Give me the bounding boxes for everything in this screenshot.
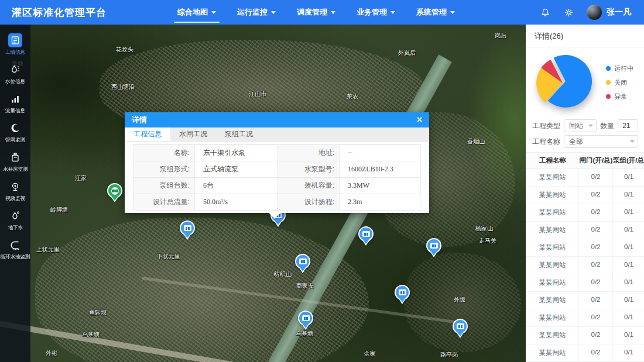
table-row[interactable]: 某某闸站0/20/1: [526, 257, 644, 274]
map-place-label: 外坂: [454, 296, 465, 304]
project-name-label: 工程名称: [532, 137, 560, 147]
table-row[interactable]: 某某闸站0/20/1: [526, 344, 644, 362]
sluice-gate-icon: [457, 323, 464, 329]
sidebar-item-水位信息[interactable]: 水位信息: [0, 60, 30, 89]
cell-pump-ratio: 0/1: [613, 204, 644, 221]
sidebar-item-水井房监测[interactable]: 水井房监测: [0, 147, 30, 177]
popup-header: 详情 ×: [125, 112, 429, 127]
table-row[interactable]: 某某闸站0/20/1: [526, 204, 644, 222]
nav-item-运行监控[interactable]: 运行监控: [230, 0, 283, 25]
map-place-label: 商家安: [296, 282, 314, 290]
table-row[interactable]: 某某闸站0/20/1: [526, 222, 644, 239]
sidebar-item-地下水[interactable]: 地下水: [0, 206, 30, 235]
table-row[interactable]: 某某闸站0/20/1: [526, 274, 644, 292]
avatar: [587, 5, 602, 20]
popup-tabs: 工程信息水闸工况泵组工况: [125, 127, 429, 142]
nav-item-label: 运行监控: [237, 7, 268, 18]
table-row[interactable]: 某某闸站0/20/1: [526, 187, 644, 204]
sidebar-item-循环水池监测[interactable]: 循环水池监测: [0, 235, 30, 264]
cell-station-name: 某某闸站: [526, 169, 579, 186]
chevron-down-icon: [390, 11, 395, 14]
tab-工程信息[interactable]: 工程信息: [125, 127, 170, 141]
bell-icon[interactable]: [540, 7, 550, 18]
table-row[interactable]: 某某闸站0/20/1: [526, 169, 644, 187]
cell-gate-ratio: 0/2: [579, 169, 613, 186]
groundwater-icon: [8, 209, 22, 223]
map-marker-pump-station[interactable]: [180, 220, 195, 236]
sidebar-item-label: 视频监视: [5, 195, 25, 202]
table-row[interactable]: 某某闸站0/20/1: [526, 327, 644, 344]
table-row[interactable]: 某某闸站0/20/1: [526, 239, 644, 257]
tab-泵组工况[interactable]: 泵组工况: [216, 127, 262, 141]
nav-item-综合地图[interactable]: 综合地图: [170, 0, 223, 25]
sidebar-item-流量信息[interactable]: 流量信息: [0, 89, 30, 118]
map-place-label: 路亭岗: [440, 351, 458, 359]
map-marker-pump-station[interactable]: [295, 254, 310, 269]
map-place-label: 菜农: [347, 92, 358, 101]
map-marker-pump-station[interactable]: [453, 319, 468, 334]
project-name-select[interactable]: 全部: [564, 135, 638, 148]
legend-dot: [606, 94, 611, 99]
sidebar-item-管网监测[interactable]: 管网监测: [0, 118, 30, 147]
gear-icon[interactable]: [563, 7, 574, 18]
pipe-network-icon: [8, 121, 22, 135]
user-menu[interactable]: 张一凡: [587, 5, 631, 20]
app-title: 灌区标准化管理平台: [0, 6, 167, 19]
field-label: 地址:: [278, 145, 340, 161]
field-label: 泵组形式:: [134, 161, 195, 178]
count-input[interactable]: 21: [618, 119, 638, 132]
map-marker-pump-station[interactable]: [395, 285, 410, 300]
map-marker-pump-station[interactable]: [358, 226, 374, 242]
legend-item-异常[interactable]: 异常: [606, 92, 633, 101]
nav-item-调度管理[interactable]: 调度管理: [290, 0, 342, 25]
map-marker-pump-station[interactable]: [298, 311, 313, 326]
field-value: 2.3m: [340, 194, 421, 211]
table-row[interactable]: 某某闸站0/20/1: [526, 309, 644, 327]
cell-pump-ratio: 0/1: [613, 222, 644, 239]
nav-item-系统管理[interactable]: 系统管理: [409, 0, 462, 25]
map-place-label: 鱼际坝: [89, 309, 107, 317]
map-marker-pump-station[interactable]: [426, 238, 441, 253]
sidebar-item-视频监视[interactable]: 视频监视: [0, 177, 30, 206]
map-place-label: 香烟山: [467, 137, 485, 146]
tab-水闸工况[interactable]: 水闸工况: [170, 127, 216, 141]
legend-item-关闭[interactable]: 关闭: [606, 78, 633, 87]
info-field-grid: 名称:东干渠引水泵地址:--泵组形式:立式轴流泵水泵型号:1600ZLB10-2…: [133, 144, 420, 211]
map-place-label: 外岚后: [398, 49, 416, 57]
left-sidebar: 工情信息水位信息流量信息管网监测水井房监测视频监视地下水循环水池监测: [0, 25, 30, 362]
circulating-pool-icon: [8, 238, 22, 252]
project-type-select[interactable]: 闸站: [564, 119, 597, 132]
map-place-label: 走马关: [479, 237, 496, 245]
status-pie-block: 运行中关闭异常: [526, 47, 644, 116]
panel-title: 详情(26): [526, 25, 644, 47]
field-label: 水泵型号:: [278, 161, 340, 178]
column-header: 工程名称: [526, 153, 579, 168]
chevron-down-icon: [331, 11, 335, 14]
cell-station-name: 某某闸站: [526, 344, 579, 361]
right-panel: 详情(26) 运行中关闭异常 工程类型 闸站 数量 21 工程名称: [526, 25, 644, 362]
close-icon[interactable]: ×: [417, 115, 422, 125]
cell-gate-ratio: 0/2: [579, 239, 613, 256]
legend-label: 关闭: [614, 78, 627, 87]
legend-item-运行中[interactable]: 运行中: [606, 64, 633, 73]
map-place-label: 下状元里: [157, 253, 180, 261]
app-window: 灌区标准化管理平台 综合地图运行监控调度管理业务管理系统管理 张一凡 岗: [0, 0, 644, 362]
status-pie-chart: [532, 50, 601, 115]
sidebar-item-label: 水井房监测: [3, 166, 28, 173]
column-header: 泵组(开/总): [613, 153, 644, 168]
table-row[interactable]: 某某闸站0/20/1: [526, 292, 644, 309]
nav-item-业务管理[interactable]: 业务管理: [350, 0, 402, 25]
map-urban-texture: [35, 218, 369, 362]
nav-item-label: 综合地图: [177, 7, 208, 18]
main-nav: 综合地图运行监控调度管理业务管理系统管理: [167, 0, 465, 25]
cell-station-name: 某某闸站: [526, 222, 579, 239]
map-marker-water-source[interactable]: [107, 183, 122, 198]
sidebar-item-工情信息[interactable]: 工情信息: [0, 30, 30, 60]
cell-pump-ratio: 0/1: [613, 274, 644, 291]
cell-station-name: 某某闸站: [526, 204, 579, 221]
cell-pump-ratio: 0/1: [613, 327, 644, 344]
project-type-label: 工程类型: [532, 121, 560, 131]
user-name: 张一凡: [607, 7, 631, 18]
station-table: 工程名称闸门(开/总)泵组(开/总) 某某闸站0/20/1某某闸站0/20/1某…: [526, 152, 644, 362]
map[interactable]: 岗后花坟头外岚后隆塘西山塘沿江山市菜农香烟山汪家岭脚塘上状元里下状元里崇义山杨家…: [0, 25, 526, 362]
